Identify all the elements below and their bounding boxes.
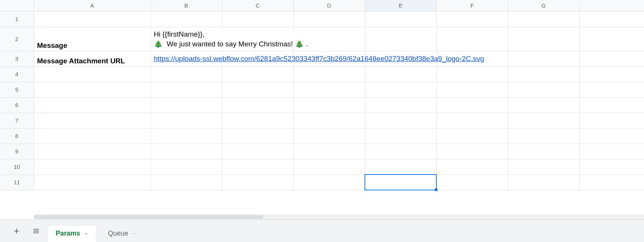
row-header-9[interactable]: 9 xyxy=(0,144,34,159)
cell-G10[interactable] xyxy=(508,159,579,175)
add-sheet-button[interactable] xyxy=(9,224,24,239)
sheet-tab-params[interactable]: Params xyxy=(48,225,96,242)
cell-D7[interactable] xyxy=(293,113,365,128)
cell-F2[interactable] xyxy=(436,27,508,51)
cell-C9[interactable] xyxy=(222,144,293,159)
cell-A9[interactable] xyxy=(34,144,150,159)
cell-E2[interactable] xyxy=(365,27,436,51)
column-header-extra[interactable] xyxy=(579,0,644,11)
cell-F4[interactable] xyxy=(436,66,508,82)
cell-extra-7[interactable] xyxy=(579,113,644,128)
cell-link[interactable]: https://uploads-ssl.webflow.com/6281a9c5… xyxy=(154,55,485,63)
cell-G6[interactable] xyxy=(508,97,579,113)
row-header-10[interactable]: 10 xyxy=(0,159,34,175)
cell-A8[interactable] xyxy=(34,128,150,144)
cell-D8[interactable] xyxy=(293,128,365,144)
cell-D9[interactable] xyxy=(293,144,365,159)
cell-E11[interactable] xyxy=(365,175,436,190)
row-header-8[interactable]: 8 xyxy=(0,128,34,144)
cell-A4[interactable] xyxy=(34,66,150,82)
all-sheets-button[interactable] xyxy=(29,224,44,239)
cell-G7[interactable] xyxy=(508,113,579,128)
cell-C4[interactable] xyxy=(222,66,293,82)
cell-D1[interactable] xyxy=(293,11,365,27)
cell-F7[interactable] xyxy=(436,113,508,128)
column-header-F[interactable]: F xyxy=(436,0,508,11)
cell-E1[interactable] xyxy=(365,11,436,27)
cell-D6[interactable] xyxy=(293,97,365,113)
cell-F9[interactable] xyxy=(436,144,508,159)
row-header-6[interactable]: 6 xyxy=(0,97,34,113)
cell-extra-8[interactable] xyxy=(579,128,644,144)
cell-B3[interactable]: https://uploads-ssl.webflow.com/6281a9c5… xyxy=(150,51,222,66)
cell-extra-9[interactable] xyxy=(579,144,644,159)
cell-E9[interactable] xyxy=(365,144,436,159)
spreadsheet-grid[interactable]: ABCDEFG 12MessageHi {{firstName}}, 🎄 We … xyxy=(0,0,644,190)
cell-E5[interactable] xyxy=(365,82,436,97)
cell-C5[interactable] xyxy=(222,82,293,97)
column-header-D[interactable]: D xyxy=(293,0,365,11)
cell-B9[interactable] xyxy=(150,144,222,159)
row-header-5[interactable]: 5 xyxy=(0,82,34,97)
cell-B8[interactable] xyxy=(150,128,222,144)
row-header-1[interactable]: 1 xyxy=(0,11,34,27)
cell-G9[interactable] xyxy=(508,144,579,159)
cell-G5[interactable] xyxy=(508,82,579,97)
cell-F11[interactable] xyxy=(436,175,508,190)
cell-E4[interactable] xyxy=(365,66,436,82)
cell-B4[interactable] xyxy=(150,66,222,82)
cell-D5[interactable] xyxy=(293,82,365,97)
cell-G4[interactable] xyxy=(508,66,579,82)
cell-D4[interactable] xyxy=(293,66,365,82)
cell-A7[interactable] xyxy=(34,113,150,128)
chevron-down-icon[interactable] xyxy=(132,231,137,236)
cell-G3[interactable] xyxy=(508,51,579,66)
row-header-2[interactable]: 2 xyxy=(0,27,34,51)
cell-extra-10[interactable] xyxy=(579,159,644,175)
cell-G2[interactable] xyxy=(508,27,579,51)
column-header-G[interactable]: G xyxy=(508,0,579,11)
cell-E7[interactable] xyxy=(365,113,436,128)
column-header-C[interactable]: C xyxy=(222,0,293,11)
select-all-corner[interactable] xyxy=(0,0,34,11)
cell-extra-1[interactable] xyxy=(579,11,644,27)
cell-E8[interactable] xyxy=(365,128,436,144)
cell-extra-5[interactable] xyxy=(579,82,644,97)
cell-G11[interactable] xyxy=(508,175,579,190)
cell-D10[interactable] xyxy=(293,159,365,175)
sheet-tab-queue[interactable]: Queue xyxy=(100,225,144,242)
cell-A11[interactable] xyxy=(34,175,150,190)
horizontal-scrollbar[interactable] xyxy=(34,214,644,219)
cell-F6[interactable] xyxy=(436,97,508,113)
cell-F8[interactable] xyxy=(436,128,508,144)
cell-C1[interactable] xyxy=(222,11,293,27)
cell-C11[interactable] xyxy=(222,175,293,190)
cell-B6[interactable] xyxy=(150,97,222,113)
cell-B5[interactable] xyxy=(150,82,222,97)
cell-B11[interactable] xyxy=(150,175,222,190)
cell-extra-4[interactable] xyxy=(579,66,644,82)
row-header-7[interactable]: 7 xyxy=(0,113,34,128)
row-header-11[interactable]: 11 xyxy=(0,175,34,190)
chevron-down-icon[interactable] xyxy=(84,231,88,236)
cell-F5[interactable] xyxy=(436,82,508,97)
cell-C10[interactable] xyxy=(222,159,293,175)
cell-A2[interactable]: Message xyxy=(34,27,150,51)
cell-B2[interactable]: Hi {{firstName}}, 🎄 We just wanted to sa… xyxy=(150,27,222,51)
scrollbar-thumb[interactable] xyxy=(34,215,263,219)
column-header-A[interactable]: A xyxy=(34,0,150,11)
cell-A6[interactable] xyxy=(34,97,150,113)
cell-C6[interactable] xyxy=(222,97,293,113)
column-header-E[interactable]: E xyxy=(365,0,436,11)
cell-extra-6[interactable] xyxy=(579,97,644,113)
cell-D11[interactable] xyxy=(293,175,365,190)
cell-F1[interactable] xyxy=(436,11,508,27)
cell-A10[interactable] xyxy=(34,159,150,175)
cell-extra-11[interactable] xyxy=(579,175,644,190)
cell-extra-3[interactable] xyxy=(579,51,644,66)
cell-B1[interactable] xyxy=(150,11,222,27)
cell-extra-2[interactable] xyxy=(579,27,644,51)
column-header-B[interactable]: B xyxy=(150,0,222,11)
cell-E10[interactable] xyxy=(365,159,436,175)
cell-A5[interactable] xyxy=(34,82,150,97)
